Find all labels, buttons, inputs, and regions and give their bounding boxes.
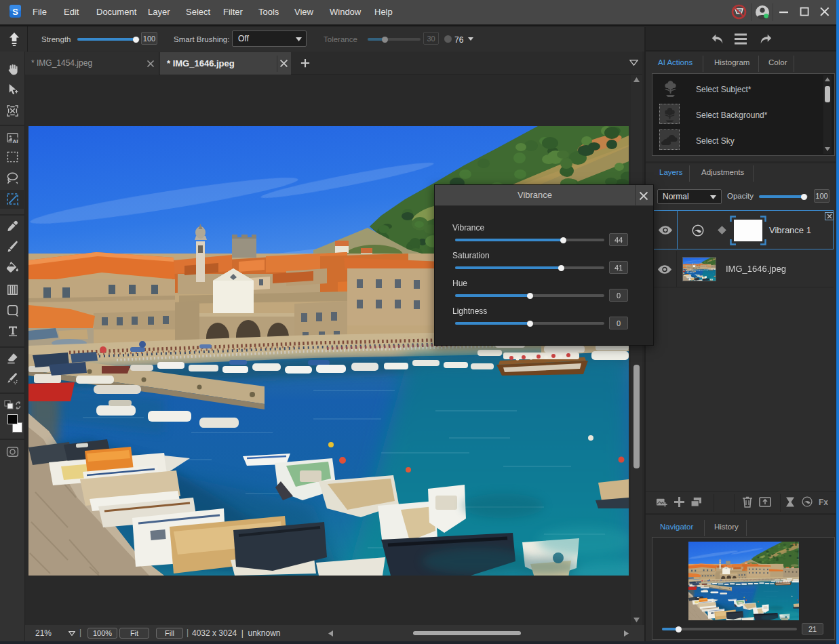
svg-text:S: S [12, 7, 18, 17]
svg-text:AI: AI [13, 138, 18, 144]
